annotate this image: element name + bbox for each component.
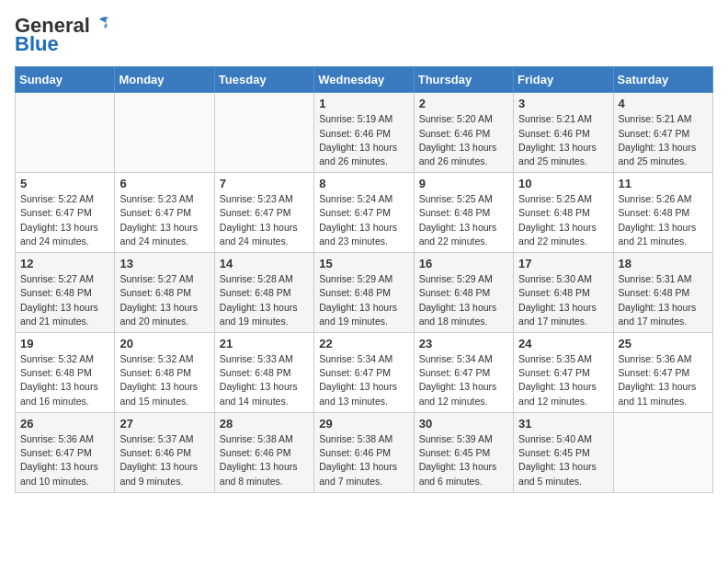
day-info: Sunrise: 5:30 AM Sunset: 6:48 PM Dayligh… xyxy=(518,272,608,328)
day-info: Sunrise: 5:33 AM Sunset: 6:48 PM Dayligh… xyxy=(220,352,309,408)
day-number: 25 xyxy=(619,337,708,350)
logo-bird-icon xyxy=(92,14,112,34)
day-info: Sunrise: 5:20 AM Sunset: 6:46 PM Dayligh… xyxy=(419,112,508,168)
day-info: Sunrise: 5:38 AM Sunset: 6:46 PM Dayligh… xyxy=(220,432,309,488)
calendar-day-cell: 18Sunrise: 5:31 AM Sunset: 6:48 PM Dayli… xyxy=(613,253,712,333)
day-number: 29 xyxy=(319,417,408,431)
day-number: 28 xyxy=(220,417,309,431)
day-info: Sunrise: 5:29 AM Sunset: 6:48 PM Dayligh… xyxy=(319,272,408,328)
weekday-header: Friday xyxy=(514,67,613,93)
day-number: 10 xyxy=(518,177,608,190)
calendar-empty-cell xyxy=(214,93,313,173)
calendar-day-cell: 24Sunrise: 5:35 AM Sunset: 6:47 PM Dayli… xyxy=(514,333,613,413)
day-number: 27 xyxy=(119,417,209,431)
day-number: 24 xyxy=(518,337,608,350)
calendar-day-cell: 5Sunrise: 5:22 AM Sunset: 6:47 PM Daylig… xyxy=(16,173,115,253)
day-info: Sunrise: 5:38 AM Sunset: 6:46 PM Dayligh… xyxy=(319,432,408,488)
day-number: 8 xyxy=(319,177,408,190)
day-number: 22 xyxy=(319,337,408,350)
weekday-header: Sunday xyxy=(16,67,115,93)
day-number: 13 xyxy=(119,257,209,270)
logo: General Blue xyxy=(15,15,112,55)
calendar-day-cell: 3Sunrise: 5:21 AM Sunset: 6:46 PM Daylig… xyxy=(514,93,613,173)
day-number: 14 xyxy=(220,257,309,270)
calendar-day-cell: 7Sunrise: 5:23 AM Sunset: 6:47 PM Daylig… xyxy=(214,173,313,253)
day-number: 6 xyxy=(119,177,209,190)
calendar-day-cell: 10Sunrise: 5:25 AM Sunset: 6:48 PM Dayli… xyxy=(514,173,613,253)
weekday-header: Wednesday xyxy=(314,67,414,93)
calendar-day-cell: 25Sunrise: 5:36 AM Sunset: 6:47 PM Dayli… xyxy=(613,333,712,413)
day-info: Sunrise: 5:21 AM Sunset: 6:47 PM Dayligh… xyxy=(619,112,708,168)
day-info: Sunrise: 5:19 AM Sunset: 6:46 PM Dayligh… xyxy=(319,112,408,168)
page-header: General Blue xyxy=(15,15,713,55)
calendar-week-row: 19Sunrise: 5:32 AM Sunset: 6:48 PM Dayli… xyxy=(16,333,713,413)
calendar-day-cell: 16Sunrise: 5:29 AM Sunset: 6:48 PM Dayli… xyxy=(414,253,513,333)
day-number: 21 xyxy=(220,337,309,350)
calendar-table: SundayMondayTuesdayWednesdayThursdayFrid… xyxy=(15,66,713,492)
calendar-empty-cell xyxy=(613,412,712,492)
logo-blue: Blue xyxy=(15,33,59,55)
day-number: 4 xyxy=(619,97,708,110)
calendar-day-cell: 9Sunrise: 5:25 AM Sunset: 6:48 PM Daylig… xyxy=(414,173,513,253)
day-info: Sunrise: 5:25 AM Sunset: 6:48 PM Dayligh… xyxy=(419,192,508,248)
calendar-empty-cell xyxy=(115,93,214,173)
day-number: 26 xyxy=(20,417,109,431)
day-info: Sunrise: 5:27 AM Sunset: 6:48 PM Dayligh… xyxy=(20,272,109,328)
weekday-header: Saturday xyxy=(613,67,712,93)
day-info: Sunrise: 5:26 AM Sunset: 6:48 PM Dayligh… xyxy=(619,192,708,248)
day-number: 30 xyxy=(419,417,508,431)
day-info: Sunrise: 5:25 AM Sunset: 6:48 PM Dayligh… xyxy=(518,192,608,248)
day-info: Sunrise: 5:34 AM Sunset: 6:47 PM Dayligh… xyxy=(419,352,508,408)
calendar-day-cell: 23Sunrise: 5:34 AM Sunset: 6:47 PM Dayli… xyxy=(414,333,513,413)
day-info: Sunrise: 5:22 AM Sunset: 6:47 PM Dayligh… xyxy=(20,192,109,248)
day-number: 9 xyxy=(419,177,508,190)
day-number: 7 xyxy=(220,177,309,190)
day-info: Sunrise: 5:36 AM Sunset: 6:47 PM Dayligh… xyxy=(20,432,109,488)
day-number: 3 xyxy=(518,97,608,110)
calendar-day-cell: 13Sunrise: 5:27 AM Sunset: 6:48 PM Dayli… xyxy=(115,253,214,333)
calendar-day-cell: 28Sunrise: 5:38 AM Sunset: 6:46 PM Dayli… xyxy=(214,412,313,492)
weekday-header: Monday xyxy=(115,67,214,93)
calendar-week-row: 12Sunrise: 5:27 AM Sunset: 6:48 PM Dayli… xyxy=(16,253,713,333)
calendar-day-cell: 27Sunrise: 5:37 AM Sunset: 6:46 PM Dayli… xyxy=(115,412,214,492)
day-info: Sunrise: 5:34 AM Sunset: 6:47 PM Dayligh… xyxy=(319,352,408,408)
day-number: 18 xyxy=(619,257,708,270)
day-info: Sunrise: 5:35 AM Sunset: 6:47 PM Dayligh… xyxy=(518,352,608,408)
calendar-day-cell: 21Sunrise: 5:33 AM Sunset: 6:48 PM Dayli… xyxy=(214,333,313,413)
calendar-day-cell: 26Sunrise: 5:36 AM Sunset: 6:47 PM Dayli… xyxy=(16,412,115,492)
calendar-day-cell: 12Sunrise: 5:27 AM Sunset: 6:48 PM Dayli… xyxy=(16,253,115,333)
day-number: 2 xyxy=(419,97,508,110)
calendar-day-cell: 2Sunrise: 5:20 AM Sunset: 6:46 PM Daylig… xyxy=(414,93,513,173)
calendar-day-cell: 14Sunrise: 5:28 AM Sunset: 6:48 PM Dayli… xyxy=(214,253,313,333)
day-info: Sunrise: 5:32 AM Sunset: 6:48 PM Dayligh… xyxy=(20,352,109,408)
calendar-week-row: 1Sunrise: 5:19 AM Sunset: 6:46 PM Daylig… xyxy=(16,93,713,173)
day-info: Sunrise: 5:27 AM Sunset: 6:48 PM Dayligh… xyxy=(119,272,209,328)
day-info: Sunrise: 5:24 AM Sunset: 6:47 PM Dayligh… xyxy=(319,192,408,248)
day-info: Sunrise: 5:23 AM Sunset: 6:47 PM Dayligh… xyxy=(119,192,209,248)
day-info: Sunrise: 5:36 AM Sunset: 6:47 PM Dayligh… xyxy=(619,352,708,408)
calendar-day-cell: 19Sunrise: 5:32 AM Sunset: 6:48 PM Dayli… xyxy=(16,333,115,413)
calendar-empty-cell xyxy=(16,93,115,173)
day-number: 16 xyxy=(419,257,508,270)
day-info: Sunrise: 5:29 AM Sunset: 6:48 PM Dayligh… xyxy=(419,272,508,328)
day-number: 17 xyxy=(518,257,608,270)
calendar-week-row: 26Sunrise: 5:36 AM Sunset: 6:47 PM Dayli… xyxy=(16,412,713,492)
weekday-header: Tuesday xyxy=(214,67,313,93)
day-number: 5 xyxy=(20,177,109,190)
day-number: 15 xyxy=(319,257,408,270)
calendar-day-cell: 20Sunrise: 5:32 AM Sunset: 6:48 PM Dayli… xyxy=(115,333,214,413)
calendar-day-cell: 15Sunrise: 5:29 AM Sunset: 6:48 PM Dayli… xyxy=(314,253,414,333)
day-number: 19 xyxy=(20,337,109,350)
day-info: Sunrise: 5:21 AM Sunset: 6:46 PM Dayligh… xyxy=(518,112,608,168)
day-info: Sunrise: 5:28 AM Sunset: 6:48 PM Dayligh… xyxy=(220,272,309,328)
day-info: Sunrise: 5:23 AM Sunset: 6:47 PM Dayligh… xyxy=(220,192,309,248)
weekday-header: Thursday xyxy=(414,67,513,93)
calendar-day-cell: 8Sunrise: 5:24 AM Sunset: 6:47 PM Daylig… xyxy=(314,173,414,253)
calendar-header-row: SundayMondayTuesdayWednesdayThursdayFrid… xyxy=(16,67,713,93)
day-number: 11 xyxy=(619,177,708,190)
calendar-day-cell: 30Sunrise: 5:39 AM Sunset: 6:45 PM Dayli… xyxy=(414,412,513,492)
calendar-day-cell: 22Sunrise: 5:34 AM Sunset: 6:47 PM Dayli… xyxy=(314,333,414,413)
calendar-day-cell: 6Sunrise: 5:23 AM Sunset: 6:47 PM Daylig… xyxy=(115,173,214,253)
day-number: 20 xyxy=(119,337,209,350)
day-number: 23 xyxy=(419,337,508,350)
